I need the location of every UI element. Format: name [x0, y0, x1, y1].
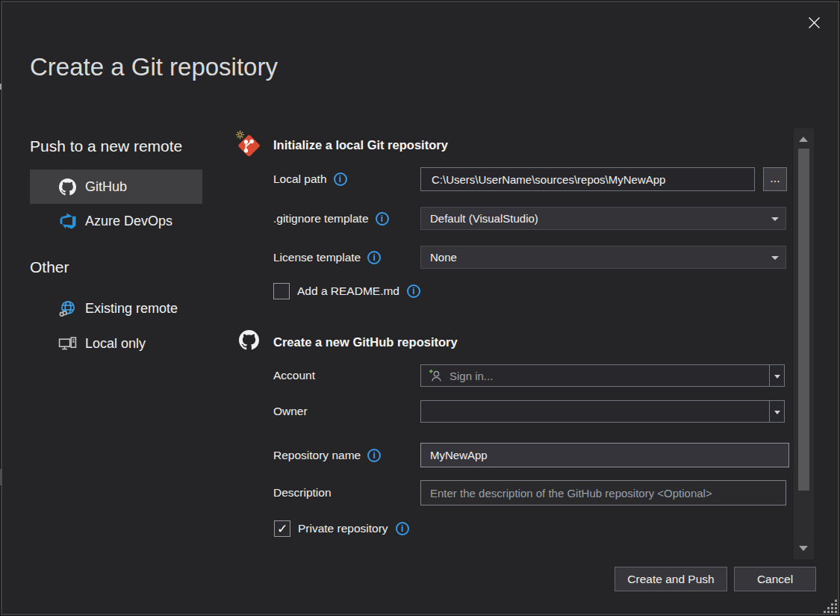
scrollbar[interactable]: [794, 128, 814, 559]
info-icon[interactable]: i: [407, 284, 420, 298]
github-icon: [58, 178, 77, 196]
add-user-icon: [429, 369, 443, 383]
gitignore-template-label: .gitignore template i: [273, 207, 389, 230]
sidebar-item-local-only[interactable]: Local only: [30, 327, 202, 360]
chevron-down-icon: [774, 411, 780, 414]
description-input[interactable]: [420, 480, 786, 505]
readme-checkbox-row: Add a README.md i: [273, 283, 420, 299]
globe-link-icon: [58, 299, 77, 318]
sidebar-item-github[interactable]: GitHub: [30, 169, 202, 204]
private-repository-row: ✓ Private repository i: [274, 520, 409, 537]
dialog-title: Create a Git repository: [30, 53, 278, 81]
info-icon[interactable]: i: [367, 449, 381, 462]
browse-button[interactable]: ...: [763, 167, 787, 191]
close-button[interactable]: [803, 11, 825, 34]
owner-combo[interactable]: [420, 400, 785, 423]
close-icon: [808, 16, 821, 29]
push-remote-heading: Push to a new remote: [30, 137, 182, 155]
sign-in-text: Sign in...: [449, 370, 493, 382]
azure-devops-icon: [58, 212, 77, 230]
resize-grip[interactable]: [824, 599, 840, 614]
init-section-title: Initialize a local Git repository: [273, 138, 448, 152]
info-icon[interactable]: i: [376, 212, 389, 225]
account-label: Account: [273, 364, 315, 387]
git-repository-icon: [234, 128, 264, 161]
owner-label: Owner: [273, 400, 308, 423]
cancel-button[interactable]: Cancel: [734, 567, 816, 591]
info-icon[interactable]: i: [367, 251, 381, 264]
other-heading: Other: [30, 258, 69, 276]
sidebar-item-label: Azure DevOps: [85, 214, 172, 229]
computer-icon: [58, 335, 77, 353]
github-section-title: Create a new GitHub repository: [273, 335, 458, 349]
github-section-icon: [239, 330, 259, 353]
scrollbar-thumb[interactable]: [798, 149, 809, 491]
window-edge-artifact: [0, 469, 2, 485]
description-label: Description: [273, 480, 332, 505]
private-repository-label: Private repository: [298, 522, 388, 535]
repository-name-input[interactable]: [420, 443, 789, 467]
gitignore-template-select[interactable]: Default (VisualStudio): [420, 207, 786, 230]
chevron-down-icon: [771, 256, 779, 260]
sidebar-item-azure-devops[interactable]: Azure DevOps: [30, 204, 202, 238]
create-and-push-button[interactable]: Create and Push: [615, 567, 727, 591]
window-edge-artifact: [0, 84, 1, 90]
chevron-down-icon: [774, 375, 780, 379]
license-template-label: License template i: [273, 246, 381, 269]
readme-label: Add a README.md: [297, 284, 399, 298]
readme-checkbox[interactable]: [273, 283, 290, 299]
sidebar-item-existing-remote[interactable]: Existing remote: [30, 292, 202, 325]
chevron-down-icon: [771, 217, 779, 221]
dialog-surface: Create a Git repository Push to a new re…: [1, 1, 839, 615]
info-icon[interactable]: i: [334, 172, 347, 186]
sidebar-item-label: Existing remote: [85, 301, 178, 317]
local-path-label: Local path i: [273, 167, 347, 191]
account-combo[interactable]: Sign in...: [420, 364, 785, 387]
scroll-down-icon[interactable]: [799, 546, 808, 551]
local-path-input[interactable]: [420, 167, 755, 191]
repository-name-label: Repository name i: [273, 443, 381, 467]
info-icon[interactable]: i: [396, 522, 409, 535]
private-repository-checkbox[interactable]: ✓: [274, 520, 290, 537]
license-template-select[interactable]: None: [420, 246, 786, 269]
sidebar-item-label: GitHub: [85, 179, 127, 195]
create-git-repository-dialog: Create a Git repository Push to a new re…: [0, 0, 840, 616]
sidebar-item-label: Local only: [85, 336, 146, 352]
scroll-up-icon[interactable]: [799, 137, 808, 142]
